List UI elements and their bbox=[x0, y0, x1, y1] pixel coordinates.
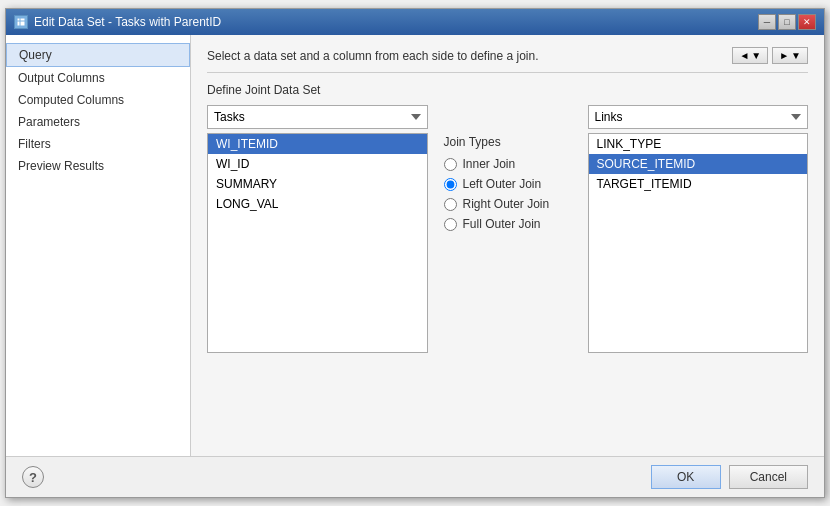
radio-left-outer-join[interactable]: Left Outer Join bbox=[444, 177, 550, 191]
sidebar-item-output-columns[interactable]: Output Columns bbox=[6, 67, 190, 89]
title-bar-left: Edit Data Set - Tasks with ParentID bbox=[14, 15, 221, 29]
left-column-summary[interactable]: SUMMARY bbox=[208, 174, 427, 194]
right-dataset-panel: Links Tasks LINK_TYPE SOURCE_ITEMID TARG… bbox=[588, 105, 809, 353]
radio-full-outer-join-input[interactable] bbox=[444, 218, 457, 231]
radio-right-outer-join-label: Right Outer Join bbox=[463, 197, 550, 211]
instruction-text: Select a data set and a column from each… bbox=[207, 49, 539, 63]
forward-arrow-icon: ► bbox=[779, 50, 789, 61]
left-column-long-val[interactable]: LONG_VAL bbox=[208, 194, 427, 214]
main-content: Select a data set and a column from each… bbox=[191, 35, 824, 456]
left-column-wi-id[interactable]: WI_ID bbox=[208, 154, 427, 174]
radio-full-outer-join[interactable]: Full Outer Join bbox=[444, 217, 550, 231]
back-arrow-dropdown-icon: ▼ bbox=[751, 50, 761, 61]
radio-inner-join-label: Inner Join bbox=[463, 157, 516, 171]
radio-full-outer-join-label: Full Outer Join bbox=[463, 217, 541, 231]
left-column-wi-itemid[interactable]: WI_ITEMID bbox=[208, 134, 427, 154]
radio-inner-join-input[interactable] bbox=[444, 158, 457, 171]
join-types-label: Join Types bbox=[444, 135, 501, 149]
window-title: Edit Data Set - Tasks with ParentID bbox=[34, 15, 221, 29]
cancel-button[interactable]: Cancel bbox=[729, 465, 808, 489]
right-dataset-select[interactable]: Links Tasks bbox=[588, 105, 809, 129]
left-column-list: WI_ITEMID WI_ID SUMMARY LONG_VAL bbox=[207, 133, 428, 353]
sidebar-item-parameters[interactable]: Parameters bbox=[6, 111, 190, 133]
svg-rect-0 bbox=[17, 18, 25, 26]
dialog-body: Query Output Columns Computed Columns Pa… bbox=[6, 35, 824, 456]
left-dataset-panel: Tasks Links WI_ITEMID WI_ID SUMMARY LONG… bbox=[207, 105, 428, 353]
instruction-area: Select a data set and a column from each… bbox=[207, 47, 808, 73]
radio-group: Inner Join Left Outer Join Right Outer J… bbox=[444, 157, 550, 231]
maximize-button[interactable]: □ bbox=[778, 14, 796, 30]
dataset-icon bbox=[14, 15, 28, 29]
help-button[interactable]: ? bbox=[22, 466, 44, 488]
radio-right-outer-join[interactable]: Right Outer Join bbox=[444, 197, 550, 211]
dialog-footer: ? OK Cancel bbox=[6, 456, 824, 497]
radio-left-outer-join-input[interactable] bbox=[444, 178, 457, 191]
title-bar: Edit Data Set - Tasks with ParentID ─ □ … bbox=[6, 9, 824, 35]
right-column-list: LINK_TYPE SOURCE_ITEMID TARGET_ITEMID bbox=[588, 133, 809, 353]
title-bar-controls: ─ □ ✕ bbox=[758, 14, 816, 30]
sidebar-item-query[interactable]: Query bbox=[6, 43, 190, 67]
right-column-target-itemid[interactable]: TARGET_ITEMID bbox=[589, 174, 808, 194]
join-area: Tasks Links WI_ITEMID WI_ID SUMMARY LONG… bbox=[207, 105, 808, 444]
forward-arrow-button[interactable]: ► ▼ bbox=[772, 47, 808, 64]
join-middle: Join Types Inner Join Left Outer Join bbox=[428, 105, 588, 231]
dialog-window: Edit Data Set - Tasks with ParentID ─ □ … bbox=[5, 8, 825, 498]
sidebar: Query Output Columns Computed Columns Pa… bbox=[6, 35, 191, 456]
forward-arrow-dropdown-icon: ▼ bbox=[791, 50, 801, 61]
sidebar-item-filters[interactable]: Filters bbox=[6, 133, 190, 155]
minimize-button[interactable]: ─ bbox=[758, 14, 776, 30]
footer-left: ? bbox=[22, 466, 44, 488]
back-arrow-icon: ◄ bbox=[739, 50, 749, 61]
sidebar-item-preview-results[interactable]: Preview Results bbox=[6, 155, 190, 177]
right-column-link-type[interactable]: LINK_TYPE bbox=[589, 134, 808, 154]
right-column-source-itemid[interactable]: SOURCE_ITEMID bbox=[589, 154, 808, 174]
left-dataset-select[interactable]: Tasks Links bbox=[207, 105, 428, 129]
radio-right-outer-join-input[interactable] bbox=[444, 198, 457, 211]
nav-arrows: ◄ ▼ ► ▼ bbox=[732, 47, 808, 64]
ok-button[interactable]: OK bbox=[651, 465, 721, 489]
footer-right: OK Cancel bbox=[651, 465, 808, 489]
sidebar-item-computed-columns[interactable]: Computed Columns bbox=[6, 89, 190, 111]
radio-inner-join[interactable]: Inner Join bbox=[444, 157, 550, 171]
section-label: Define Joint Data Set bbox=[207, 83, 808, 97]
radio-left-outer-join-label: Left Outer Join bbox=[463, 177, 542, 191]
close-button[interactable]: ✕ bbox=[798, 14, 816, 30]
back-arrow-button[interactable]: ◄ ▼ bbox=[732, 47, 768, 64]
